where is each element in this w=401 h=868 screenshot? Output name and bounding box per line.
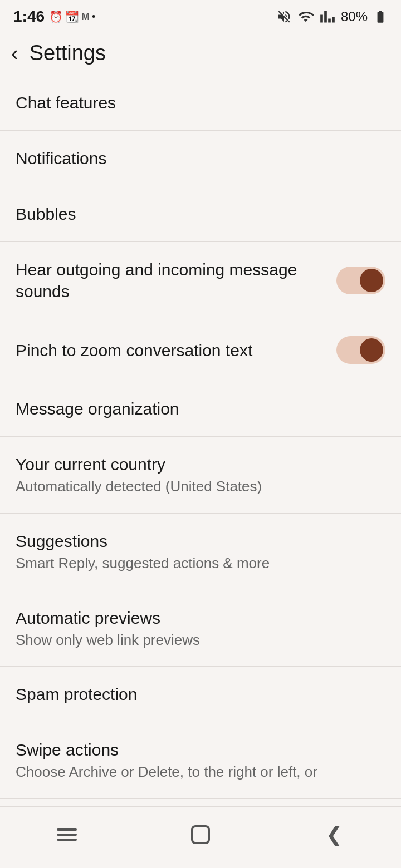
settings-item-text-pinch-zoom: Pinch to zoom conversation text [16, 339, 336, 361]
battery-icon [373, 9, 388, 24]
page-title: Settings [30, 41, 106, 65]
settings-item-automatic-previews[interactable]: Automatic previewsShow only web link pre… [0, 590, 401, 667]
settings-item-text-current-country: Your current countryAutomatically detect… [16, 453, 385, 496]
battery-percent: 80% [341, 9, 368, 24]
nav-bar: ❮ [0, 806, 401, 868]
back-nav-button[interactable]: ❮ [312, 818, 356, 851]
gmail-icon: M [81, 11, 90, 23]
settings-item-text-suggestions: SuggestionsSmart Reply, suggested action… [16, 530, 385, 573]
settings-item-subtitle-suggestions: Smart Reply, suggested actions & more [16, 554, 376, 573]
back-button[interactable]: ‹ [11, 43, 18, 64]
toggle-message-sounds[interactable] [336, 267, 385, 294]
settings-item-message-organization[interactable]: Message organization [0, 381, 401, 437]
settings-item-text-message-organization: Message organization [16, 398, 385, 420]
settings-item-text-automatic-previews: Automatic previewsShow only web link pre… [16, 607, 385, 650]
home-button[interactable] [178, 818, 223, 851]
settings-list: Chat featuresNotificationsBubblesHear ou… [0, 75, 401, 806]
wifi-icon [297, 9, 314, 24]
calendar-icon: 📆 [65, 10, 79, 23]
settings-item-spam-protection[interactable]: Spam protection [0, 667, 401, 722]
settings-item-title-suggestions: Suggestions [16, 532, 107, 550]
dot-icon: • [92, 11, 95, 23]
settings-item-text-bubbles: Bubbles [16, 203, 385, 225]
status-notification-icons: ⏰ 📆 M • [49, 10, 95, 23]
settings-item-title-bubbles: Bubbles [16, 205, 76, 223]
status-time: 1:46 [13, 8, 45, 26]
alarm-icon: ⏰ [49, 10, 63, 23]
settings-item-title-notifications: Notifications [16, 149, 106, 167]
settings-item-text-spam-protection: Spam protection [16, 683, 385, 705]
settings-item-title-chat-features: Chat features [16, 93, 116, 112]
settings-item-subtitle-automatic-previews: Show only web link previews [16, 631, 376, 650]
settings-item-text-notifications: Notifications [16, 147, 385, 169]
status-right: 80% [276, 9, 388, 24]
status-bar: 1:46 ⏰ 📆 M • 80% [0, 0, 401, 31]
settings-item-subtitle-swipe-actions: Choose Archive or Delete, to the right o… [16, 763, 376, 782]
settings-item-pinch-zoom[interactable]: Pinch to zoom conversation text [0, 319, 401, 381]
toggle-thumb-pinch-zoom [360, 338, 383, 362]
toggle-track-pinch-zoom [336, 336, 385, 364]
settings-item-subtitle-current-country: Automatically detected (United States) [16, 477, 376, 496]
settings-item-text-chat-features: Chat features [16, 92, 385, 114]
settings-item-title-message-organization: Message organization [16, 400, 179, 418]
settings-item-title-pinch-zoom: Pinch to zoom conversation text [16, 341, 252, 359]
settings-item-suggestions[interactable]: SuggestionsSmart Reply, suggested action… [0, 514, 401, 590]
home-icon [191, 825, 210, 844]
settings-item-swipe-actions[interactable]: Swipe actionsChoose Archive or Delete, t… [0, 722, 401, 799]
back-nav-icon: ❮ [326, 823, 343, 846]
header: ‹ Settings [0, 31, 401, 75]
status-left: 1:46 ⏰ 📆 M • [13, 8, 95, 26]
settings-item-chat-features[interactable]: Chat features [0, 75, 401, 131]
recents-icon [57, 828, 77, 841]
recents-button[interactable] [45, 818, 89, 851]
settings-item-bubbles[interactable]: Bubbles [0, 186, 401, 242]
settings-item-title-swipe-actions: Swipe actions [16, 741, 119, 759]
settings-item-title-automatic-previews: Automatic previews [16, 609, 160, 627]
settings-item-message-sounds[interactable]: Hear outgoing and incoming message sound… [0, 242, 401, 319]
settings-item-current-country[interactable]: Your current countryAutomatically detect… [0, 437, 401, 514]
signal-icon [320, 9, 335, 24]
settings-item-text-message-sounds: Hear outgoing and incoming message sound… [16, 259, 336, 302]
toggle-track-message-sounds [336, 267, 385, 294]
settings-item-text-swipe-actions: Swipe actionsChoose Archive or Delete, t… [16, 739, 385, 782]
toggle-pinch-zoom[interactable] [336, 336, 385, 364]
settings-item-title-spam-protection: Spam protection [16, 685, 137, 703]
settings-item-notifications[interactable]: Notifications [0, 131, 401, 186]
toggle-thumb-message-sounds [360, 269, 383, 292]
mute-icon [276, 9, 292, 24]
settings-item-title-message-sounds: Hear outgoing and incoming message sound… [16, 260, 297, 300]
settings-item-title-current-country: Your current country [16, 455, 165, 474]
